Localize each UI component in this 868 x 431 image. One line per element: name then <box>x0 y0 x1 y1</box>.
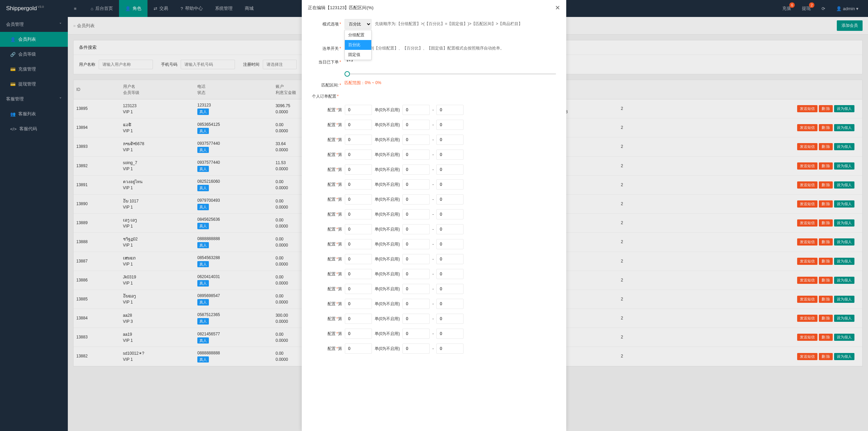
range-to-input[interactable] <box>436 344 463 354</box>
range-to-input[interactable] <box>436 314 463 324</box>
order-num-input[interactable] <box>345 120 372 130</box>
range-from-input[interactable] <box>402 150 430 160</box>
order-num-input[interactable] <box>345 224 372 234</box>
edit-modal: 正在编辑【123123】匹配区间(%) ✕ 模式选项* 百分比 分组配置 百分比… <box>302 0 566 431</box>
config-row: 配置*第单(0为不启用)- <box>328 194 556 204</box>
config-row: 配置*第单(0为不启用)- <box>328 314 556 324</box>
config-row: 配置*第单(0为不启用)- <box>328 179 556 190</box>
range-to-input[interactable] <box>436 105 463 115</box>
range-from-input[interactable] <box>402 135 430 145</box>
order-num-input[interactable] <box>345 194 372 204</box>
range-from-input[interactable] <box>402 209 430 219</box>
opt-group[interactable]: 分组配置 <box>345 30 371 40</box>
order-num-input[interactable] <box>345 135 372 145</box>
order-num-input[interactable] <box>345 105 372 115</box>
config-row: 配置*第单(0为不启用)- <box>328 164 556 175</box>
config-row: 配置*第单(0为不启用)- <box>328 329 556 339</box>
config-row: 配置*第单(0为不启用)- <box>328 254 556 264</box>
config-row: 配置*第单(0为不启用)- <box>328 209 556 219</box>
range-from-input[interactable] <box>402 269 430 279</box>
range-to-input[interactable] <box>436 329 463 339</box>
config-row: 配置*第单(0为不启用)- <box>328 105 556 115</box>
order-num-input[interactable] <box>345 284 372 294</box>
range-from-input[interactable] <box>402 254 430 264</box>
range-to-input[interactable] <box>436 209 463 219</box>
config-row: 配置*第单(0为不启用)- <box>328 224 556 234</box>
order-num-input[interactable] <box>345 164 372 175</box>
close-icon[interactable]: ✕ <box>555 4 560 12</box>
slider-knob[interactable] <box>344 71 350 77</box>
range-from-input[interactable] <box>402 299 430 309</box>
mode-select[interactable]: 百分比 <box>344 19 372 29</box>
range-text: 匹配范围：0% ~ 0% <box>344 80 381 85</box>
range-to-input[interactable] <box>436 135 463 145</box>
range-to-input[interactable] <box>436 194 463 204</box>
range-from-input[interactable] <box>402 224 430 234</box>
range-from-input[interactable] <box>402 105 430 115</box>
config-row: 配置*第单(0为不启用)- <box>328 344 556 354</box>
range-to-input[interactable] <box>436 239 463 249</box>
config-row: 配置*第单(0为不启用)- <box>328 120 556 130</box>
today-value: 【2】 <box>344 57 556 63</box>
config-row: 配置*第单(0为不启用)- <box>328 269 556 279</box>
range-from-input[interactable] <box>402 314 430 324</box>
order-num-input[interactable] <box>345 329 372 339</box>
config-row: 配置*第单(0为不启用)- <box>328 150 556 160</box>
range-to-input[interactable] <box>436 254 463 264</box>
config-row: 配置*第单(0为不启用)- <box>328 299 556 309</box>
range-from-input[interactable] <box>402 179 430 190</box>
chain-note: 说明:如开启，则【分组配置】、【百分比】、【固定值】配置模式会按照顺序自动抢单。 <box>344 45 556 51</box>
order-num-input[interactable] <box>345 314 372 324</box>
range-to-input[interactable] <box>436 164 463 175</box>
range-to-input[interactable] <box>436 120 463 130</box>
range-from-input[interactable] <box>402 239 430 249</box>
range-from-input[interactable] <box>402 284 430 294</box>
range-to-input[interactable] <box>436 224 463 234</box>
range-from-input[interactable] <box>402 329 430 339</box>
range-slider[interactable] <box>344 73 556 75</box>
order-num-input[interactable] <box>345 344 372 354</box>
modal-title: 正在编辑【123123】匹配区间(%) <box>308 5 374 11</box>
order-num-input[interactable] <box>345 254 372 264</box>
config-row: 配置*第单(0为不启用)- <box>328 284 556 294</box>
range-from-input[interactable] <box>402 344 430 354</box>
order-num-input[interactable] <box>345 179 372 190</box>
order-num-input[interactable] <box>345 269 372 279</box>
range-to-input[interactable] <box>436 269 463 279</box>
range-from-input[interactable] <box>402 194 430 204</box>
config-row: 配置*第单(0为不启用)- <box>328 239 556 249</box>
range-to-input[interactable] <box>436 299 463 309</box>
mode-dropdown: 分组配置 百分比 固定值 <box>344 30 372 60</box>
config-row: 配置*第单(0为不启用)- <box>328 135 556 145</box>
order-num-input[interactable] <box>345 150 372 160</box>
range-from-input[interactable] <box>402 164 430 175</box>
priority-note: 先级顺序为:【分组配置】>(【百分比】=【固定值】)>【匹配区间】>【商品栏目】 <box>375 21 522 27</box>
range-to-input[interactable] <box>436 284 463 294</box>
range-to-input[interactable] <box>436 150 463 160</box>
range-from-input[interactable] <box>402 120 430 130</box>
opt-fixed[interactable]: 固定值 <box>345 50 371 60</box>
order-num-input[interactable] <box>345 239 372 249</box>
order-num-input[interactable] <box>345 209 372 219</box>
opt-percent[interactable]: 百分比 <box>345 40 371 50</box>
order-num-input[interactable] <box>345 299 372 309</box>
range-to-input[interactable] <box>436 179 463 190</box>
